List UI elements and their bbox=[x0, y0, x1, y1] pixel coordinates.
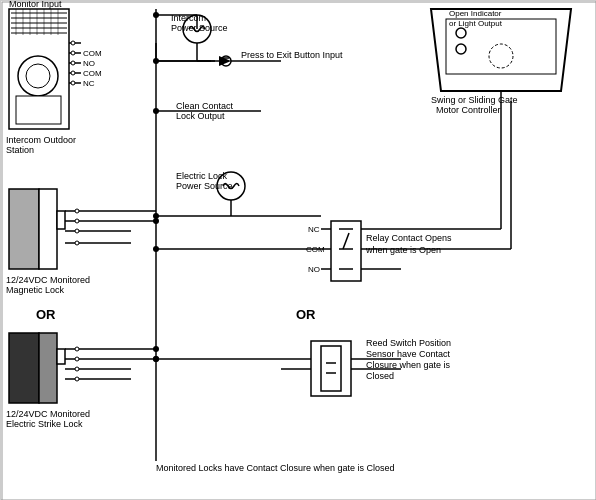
svg-text:12/24VDC Monitored: 12/24VDC Monitored bbox=[6, 275, 90, 285]
svg-text:Closure when gate is: Closure when gate is bbox=[366, 360, 451, 370]
svg-text:Relay Contact Opens: Relay Contact Opens bbox=[366, 233, 452, 243]
svg-point-57 bbox=[75, 209, 79, 213]
svg-rect-74 bbox=[57, 349, 65, 364]
svg-point-117 bbox=[153, 356, 159, 362]
svg-text:or Light Output: or Light Output bbox=[449, 19, 503, 28]
svg-text:Power Source: Power Source bbox=[176, 181, 233, 191]
svg-point-18 bbox=[71, 41, 75, 45]
svg-text:COM: COM bbox=[83, 69, 102, 78]
svg-point-22 bbox=[71, 61, 75, 65]
svg-point-24 bbox=[71, 71, 75, 75]
svg-text:OR: OR bbox=[296, 307, 316, 322]
svg-text:NO: NO bbox=[83, 59, 95, 68]
svg-text:Closed: Closed bbox=[366, 371, 394, 381]
svg-text:Motor Controller: Motor Controller bbox=[436, 105, 501, 115]
svg-text:Power Source: Power Source bbox=[171, 23, 228, 33]
svg-text:Monitored Locks have Contact C: Monitored Locks have Contact Closure whe… bbox=[156, 463, 395, 473]
svg-point-80 bbox=[75, 367, 79, 371]
svg-rect-73 bbox=[39, 333, 57, 403]
svg-point-82 bbox=[75, 377, 79, 381]
svg-text:OR: OR bbox=[36, 307, 56, 322]
svg-text:NC: NC bbox=[83, 79, 95, 88]
svg-rect-111 bbox=[321, 346, 341, 391]
svg-text:Press to Exit Button Input: Press to Exit Button Input bbox=[241, 50, 343, 60]
svg-point-108 bbox=[153, 246, 159, 252]
svg-point-63 bbox=[75, 241, 79, 245]
monitor-input-label: Monitor Input bbox=[9, 1, 62, 9]
svg-point-15 bbox=[26, 64, 50, 88]
svg-rect-53 bbox=[9, 189, 39, 269]
svg-rect-54 bbox=[39, 189, 57, 269]
svg-text:when gate is Open: when gate is Open bbox=[365, 245, 441, 255]
svg-rect-55 bbox=[57, 211, 65, 229]
svg-text:Magnetic Lock: Magnetic Lock bbox=[6, 285, 65, 295]
svg-text:Lock Output: Lock Output bbox=[176, 111, 225, 121]
svg-text:NO: NO bbox=[308, 265, 320, 274]
svg-text:Open Indicator: Open Indicator bbox=[449, 9, 502, 18]
svg-point-78 bbox=[75, 357, 79, 361]
svg-point-59 bbox=[75, 219, 79, 223]
svg-text:Electric Lock: Electric Lock bbox=[176, 171, 228, 181]
svg-point-125 bbox=[456, 28, 466, 38]
svg-rect-72 bbox=[9, 333, 39, 403]
svg-text:Reed Switch Position: Reed Switch Position bbox=[366, 338, 451, 348]
svg-text:Intercom Outdoor: Intercom Outdoor bbox=[6, 135, 76, 145]
svg-text:Clean Contact: Clean Contact bbox=[176, 101, 234, 111]
svg-point-26 bbox=[71, 81, 75, 85]
svg-text:Station: Station bbox=[6, 145, 34, 155]
wiring-diagram: Monitor Input COM NO COM NC Intercom Out… bbox=[0, 0, 596, 500]
svg-point-127 bbox=[489, 44, 513, 68]
svg-point-126 bbox=[456, 44, 466, 54]
svg-point-66 bbox=[153, 218, 159, 224]
svg-point-84 bbox=[153, 346, 159, 352]
svg-text:12/24VDC Monitored: 12/24VDC Monitored bbox=[6, 409, 90, 419]
svg-text:Sensor have Contact: Sensor have Contact bbox=[366, 349, 451, 359]
svg-rect-16 bbox=[16, 96, 61, 124]
svg-text:COM: COM bbox=[83, 49, 102, 58]
svg-text:NC: NC bbox=[308, 225, 320, 234]
svg-text:Electric Strike Lock: Electric Strike Lock bbox=[6, 419, 83, 429]
svg-point-76 bbox=[75, 347, 79, 351]
svg-point-20 bbox=[71, 51, 75, 55]
svg-text:Swing or Sliding Gate: Swing or Sliding Gate bbox=[431, 95, 518, 105]
svg-point-61 bbox=[75, 229, 79, 233]
svg-point-46 bbox=[153, 108, 159, 114]
svg-rect-91 bbox=[331, 221, 361, 281]
